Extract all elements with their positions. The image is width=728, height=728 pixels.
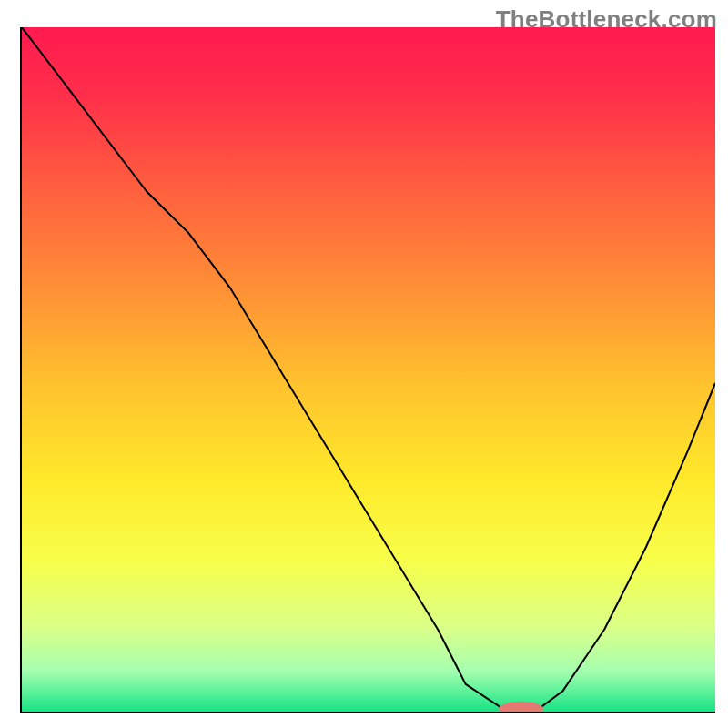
x-axis bbox=[20, 712, 715, 713]
chart-stage: TheBottleneck.com bbox=[0, 0, 728, 728]
heat-background bbox=[22, 27, 715, 712]
plot-svg bbox=[22, 27, 715, 712]
plot-area bbox=[22, 27, 715, 712]
